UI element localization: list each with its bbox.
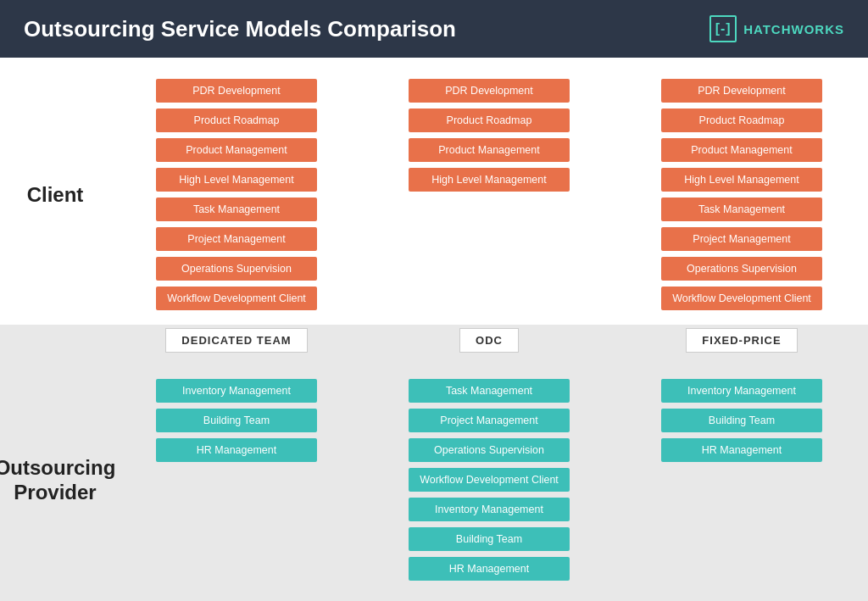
provider-label-container: OutsourcingProvider xyxy=(0,375,110,587)
dedicated-header: DEDICATED TEAM xyxy=(165,328,307,353)
tag-item: Inventory Management xyxy=(661,379,822,403)
tag-item: HR Management xyxy=(661,438,822,462)
tag-item: Task Management xyxy=(661,198,822,221)
tag-item: Product Roadmap xyxy=(409,109,570,132)
logo-text: HATCHWORKS xyxy=(743,22,844,36)
client-label-container: Client xyxy=(0,75,110,316)
tag-item: Operations Supervision xyxy=(409,438,570,462)
tag-item: Workflow Development Client xyxy=(156,287,317,310)
provider-fixed-column: Inventory ManagementBuilding TeamHR Mana… xyxy=(615,375,868,587)
tag-item: High Level Management xyxy=(156,168,317,192)
client-dedicated-column: PDR DevelopmentProduct RoadmapProduct Ma… xyxy=(110,75,363,316)
logo: [-] HATCHWORKS xyxy=(709,15,844,42)
tag-item: HR Management xyxy=(156,438,317,462)
tag-item: PDR Development xyxy=(156,79,317,103)
page-title: Outsourcing Service Models Comparison xyxy=(24,16,456,42)
tag-item: Project Management xyxy=(156,227,317,251)
divider-row: DEDICATED TEAM ODC FIXED-PRICE xyxy=(0,325,868,366)
tag-item: Operations Supervision xyxy=(661,257,822,281)
tag-item: Task Management xyxy=(409,379,570,403)
tag-item: PDR Development xyxy=(661,79,822,103)
client-columns: PDR DevelopmentProduct RoadmapProduct Ma… xyxy=(110,75,868,316)
tag-item: High Level Management xyxy=(409,168,570,192)
provider-zone: OutsourcingProvider Inventory Management… xyxy=(0,366,868,601)
tag-item: Product Management xyxy=(156,138,317,162)
client-fixed-column: PDR DevelopmentProduct RoadmapProduct Ma… xyxy=(615,75,868,316)
zones-wrapper: Client PDR DevelopmentProduct RoadmapPro… xyxy=(0,58,868,601)
tag-item: Workflow Development Client xyxy=(409,468,570,492)
fixed-header: FIXED-PRICE xyxy=(686,328,797,353)
tag-item: Project Management xyxy=(409,409,570,432)
tag-item: High Level Management xyxy=(661,168,822,192)
tag-item: Inventory Management xyxy=(409,498,570,521)
tag-item: Product Roadmap xyxy=(661,109,822,132)
client-odc-column: PDR DevelopmentProduct RoadmapProduct Ma… xyxy=(363,75,615,316)
client-label: Client xyxy=(27,183,84,208)
tag-item: Building Team xyxy=(409,527,570,551)
odc-header: ODC xyxy=(459,328,519,353)
tag-item: Product Roadmap xyxy=(156,109,317,132)
tag-item: Project Management xyxy=(661,227,822,251)
logo-icon: [-] xyxy=(709,15,737,42)
page-wrapper: Outsourcing Service Models Comparison [-… xyxy=(0,0,868,601)
tag-item: Operations Supervision xyxy=(156,257,317,281)
provider-dedicated-column: Inventory ManagementBuilding TeamHR Mana… xyxy=(110,375,363,587)
tag-item: Workflow Development Client xyxy=(661,287,822,310)
provider-columns: Inventory ManagementBuilding TeamHR Mana… xyxy=(110,375,868,587)
tag-item: PDR Development xyxy=(409,79,570,103)
tag-item: Task Management xyxy=(156,198,317,221)
tag-item: Building Team xyxy=(156,409,317,432)
provider-odc-column: Task ManagementProject ManagementOperati… xyxy=(363,375,615,587)
header: Outsourcing Service Models Comparison [-… xyxy=(0,0,868,58)
tag-item: Product Management xyxy=(661,138,822,162)
client-zone: Client PDR DevelopmentProduct RoadmapPro… xyxy=(0,58,868,325)
tag-item: HR Management xyxy=(409,557,570,581)
tag-item: Product Management xyxy=(409,138,570,162)
tag-item: Inventory Management xyxy=(156,379,317,403)
provider-label: OutsourcingProvider xyxy=(0,456,115,505)
tag-item: Building Team xyxy=(661,409,822,432)
